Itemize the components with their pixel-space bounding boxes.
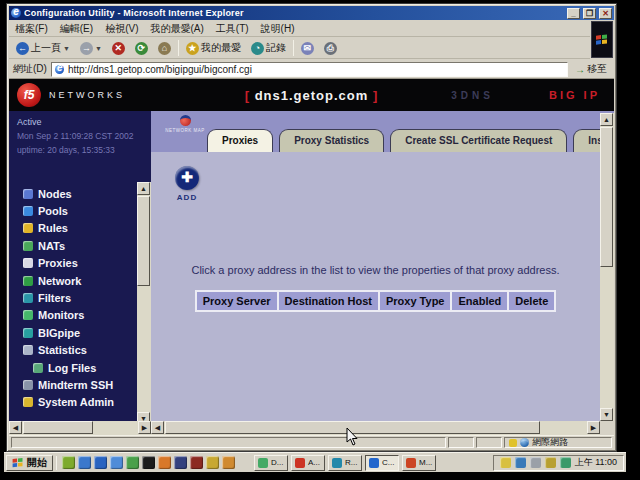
stop-button[interactable]: ✕ bbox=[109, 41, 128, 56]
scroll-up-icon[interactable]: ▲ bbox=[137, 182, 150, 195]
system-admin-icon bbox=[23, 397, 33, 407]
network-map-button[interactable]: NETWORK MAP bbox=[163, 115, 207, 133]
task-button-configuration-utility[interactable]: C... bbox=[365, 455, 399, 471]
task-button-5[interactable]: M... bbox=[402, 455, 436, 471]
add-button[interactable]: ✚ bbox=[175, 166, 199, 190]
print-button[interactable]: ⎙ bbox=[321, 41, 340, 56]
volume-icon[interactable] bbox=[500, 457, 511, 468]
network-tray-icon[interactable] bbox=[515, 457, 526, 468]
scroll-right-icon[interactable]: ▶ bbox=[138, 421, 151, 434]
task-button-1[interactable]: D... bbox=[254, 455, 288, 471]
quicklaunch-icon[interactable] bbox=[158, 456, 171, 469]
quicklaunch-icon[interactable] bbox=[190, 456, 203, 469]
sidebar-item-pools[interactable]: Pools bbox=[23, 202, 135, 219]
sidebar-item-filters[interactable]: Filters bbox=[23, 289, 135, 306]
quicklaunch-icon[interactable] bbox=[94, 456, 107, 469]
back-dropdown-icon[interactable]: ▼ bbox=[63, 45, 70, 52]
forward-dropdown-icon[interactable]: ▼ bbox=[95, 45, 102, 52]
proxy-table-header-row: Proxy Server Destination Host Proxy Type… bbox=[195, 290, 557, 312]
menu-edit[interactable]: 編輯(E) bbox=[60, 22, 93, 36]
close-button[interactable]: ✕ bbox=[599, 8, 612, 19]
sidebar-item-statistics[interactable]: Statistics bbox=[23, 342, 135, 359]
scroll-up-icon[interactable]: ▲ bbox=[600, 113, 613, 126]
mindterm-ssh-icon bbox=[23, 380, 33, 390]
taskbar-clock[interactable]: 上午 11:00 bbox=[575, 456, 617, 469]
menu-tools[interactable]: 工具(T) bbox=[216, 22, 249, 36]
scroll-right-icon[interactable]: ▶ bbox=[587, 421, 600, 434]
address-input[interactable]: http://dns1.getop.com/bigipgui/bigconf.c… bbox=[51, 62, 568, 77]
task-button-label: A... bbox=[308, 458, 320, 467]
task-button-label: R... bbox=[345, 458, 357, 467]
badge-3dns[interactable]: 3DNS bbox=[451, 90, 494, 101]
tab-create-ssl-certificate-request[interactable]: Create SSL Certificate Request bbox=[390, 129, 567, 152]
go-label: 移至 bbox=[587, 62, 607, 76]
back-button[interactable]: ← 上一頁 ▼ bbox=[13, 40, 73, 56]
task-button-label: D... bbox=[271, 458, 283, 467]
quicklaunch-icon[interactable] bbox=[78, 456, 91, 469]
sidebar-item-monitors[interactable]: Monitors bbox=[23, 307, 135, 324]
log-files-icon bbox=[33, 363, 43, 373]
mail-button[interactable]: ✉ bbox=[298, 41, 317, 56]
sidebar-item-nodes[interactable]: Nodes bbox=[23, 185, 135, 202]
sidebar-item-bigpipe[interactable]: BIGpipe bbox=[23, 324, 135, 341]
quicklaunch-icon[interactable] bbox=[126, 456, 139, 469]
scrollbar-thumb[interactable] bbox=[23, 421, 93, 434]
maximize-button[interactable]: ❐ bbox=[583, 8, 596, 19]
task-buttons: D... A... R... C... M... bbox=[254, 455, 436, 471]
scroll-left-icon[interactable]: ◀ bbox=[151, 421, 164, 434]
start-button[interactable]: 開始 bbox=[6, 455, 53, 471]
go-arrow-icon: → bbox=[575, 64, 585, 75]
ie-throbber-logo bbox=[591, 21, 613, 58]
refresh-button[interactable]: ⟳ bbox=[132, 41, 151, 56]
quicklaunch-icon[interactable] bbox=[142, 456, 155, 469]
badge-bigip[interactable]: BIG IP bbox=[549, 89, 600, 101]
sidebar-item-mindterm-ssh[interactable]: Mindterm SSH bbox=[23, 376, 135, 393]
task-button-3[interactable]: R... bbox=[328, 455, 362, 471]
quicklaunch-icon[interactable] bbox=[174, 456, 187, 469]
bracket-open: [ bbox=[245, 88, 250, 103]
quicklaunch-icon[interactable] bbox=[110, 456, 123, 469]
status-panel bbox=[476, 437, 502, 448]
menu-favorites[interactable]: 我的最愛(A) bbox=[150, 22, 203, 36]
sidebar-item-system-admin[interactable]: System Admin bbox=[23, 394, 135, 411]
quicklaunch-icon[interactable] bbox=[206, 456, 219, 469]
sidebar-item-label: System Admin bbox=[38, 396, 114, 408]
sidebar-horizontal-scrollbar[interactable]: ◀ ▶ bbox=[9, 421, 151, 435]
back-icon: ← bbox=[16, 42, 29, 55]
favorites-button[interactable]: ★ 我的最愛 bbox=[183, 40, 244, 56]
menu-view[interactable]: 檢視(V) bbox=[105, 22, 138, 36]
display-icon[interactable] bbox=[530, 457, 541, 468]
scrollbar-thumb[interactable] bbox=[137, 196, 150, 286]
task-button-2[interactable]: A... bbox=[291, 455, 325, 471]
title-bar[interactable]: Configuration Utility - Microsoft Intern… bbox=[9, 6, 614, 20]
status-datetime: Mon Sep 2 11:09:28 CST 2002 bbox=[17, 131, 151, 141]
sidebar-item-log-files[interactable]: Log Files bbox=[23, 359, 135, 376]
forward-button[interactable]: → ▼ bbox=[77, 41, 105, 56]
quicklaunch-icon[interactable] bbox=[62, 456, 75, 469]
history-button[interactable]: ◔ 記錄 bbox=[248, 40, 289, 56]
go-button[interactable]: → 移至 bbox=[572, 62, 610, 76]
tab-proxies[interactable]: Proxies bbox=[207, 129, 273, 152]
windows-flag-icon bbox=[596, 34, 608, 45]
menu-help[interactable]: 說明(H) bbox=[261, 22, 295, 36]
minimize-button[interactable]: _ bbox=[567, 8, 580, 19]
network-map-label: NETWORK MAP bbox=[163, 128, 207, 133]
sidebar-item-rules[interactable]: Rules bbox=[23, 220, 135, 237]
connection-icon[interactable] bbox=[560, 457, 571, 468]
sidebar-item-network[interactable]: Network bbox=[23, 272, 135, 289]
tab-proxy-statistics[interactable]: Proxy Statistics bbox=[279, 129, 384, 152]
sidebar-vertical-scrollbar[interactable]: ▲ ▼ bbox=[137, 182, 151, 425]
scrollbar-thumb[interactable] bbox=[600, 127, 613, 267]
scheduler-icon[interactable] bbox=[545, 457, 556, 468]
quicklaunch-icon[interactable] bbox=[222, 456, 235, 469]
scroll-down-icon[interactable]: ▼ bbox=[600, 408, 613, 421]
sidebar-item-proxies[interactable]: Proxies bbox=[23, 255, 135, 272]
main-vertical-scrollbar[interactable]: ▲ ▼ bbox=[600, 113, 614, 421]
add-proxy-control[interactable]: ✚ ADD bbox=[175, 166, 199, 202]
sidebar-item-nats[interactable]: NATs bbox=[23, 237, 135, 254]
scroll-left-icon[interactable]: ◀ bbox=[9, 421, 22, 434]
menu-bar: 檔案(F) 編輯(E) 檢視(V) 我的最愛(A) 工具(T) 說明(H) bbox=[9, 21, 590, 37]
home-button[interactable]: ⌂ bbox=[155, 41, 174, 56]
main-horizontal-scrollbar[interactable]: ◀ ▶ bbox=[151, 421, 600, 435]
menu-file[interactable]: 檔案(F) bbox=[15, 22, 48, 36]
